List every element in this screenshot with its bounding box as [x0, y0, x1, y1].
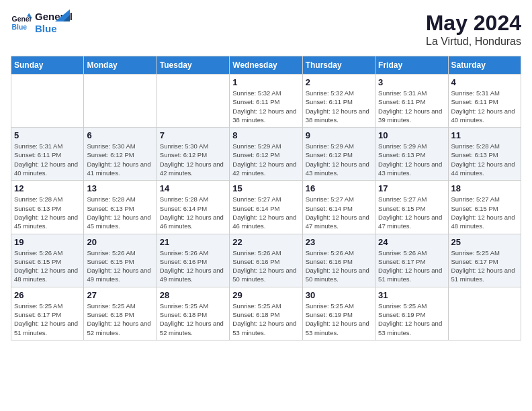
- day-number: 24: [378, 237, 445, 247]
- calendar-cell: [157, 75, 229, 128]
- day-number: 26: [14, 290, 81, 300]
- day-number: 13: [87, 183, 153, 193]
- weekday-header-friday: Friday: [375, 56, 448, 75]
- calendar-cell: 11Sunrise: 5:28 AM Sunset: 6:13 PM Dayli…: [448, 128, 521, 181]
- day-info: Sunrise: 5:28 AM Sunset: 6:13 PM Dayligh…: [451, 142, 518, 177]
- logo-icon: General Blue: [11, 12, 32, 34]
- day-info: Sunrise: 5:32 AM Sunset: 6:11 PM Dayligh…: [232, 89, 299, 124]
- calendar-cell: 9Sunrise: 5:29 AM Sunset: 6:12 PM Daylig…: [302, 128, 375, 181]
- day-info: Sunrise: 5:29 AM Sunset: 6:12 PM Dayligh…: [306, 142, 372, 177]
- day-info: Sunrise: 5:26 AM Sunset: 6:15 PM Dayligh…: [14, 248, 81, 284]
- day-info: Sunrise: 5:27 AM Sunset: 6:14 PM Dayligh…: [232, 195, 299, 230]
- day-number: 14: [160, 183, 226, 193]
- day-info: Sunrise: 5:30 AM Sunset: 6:12 PM Dayligh…: [160, 142, 226, 177]
- calendar-cell: 15Sunrise: 5:27 AM Sunset: 6:14 PM Dayli…: [230, 181, 302, 234]
- day-info: Sunrise: 5:28 AM Sunset: 6:13 PM Dayligh…: [87, 195, 153, 230]
- day-info: Sunrise: 5:26 AM Sunset: 6:16 PM Dayligh…: [160, 248, 226, 284]
- day-number: 28: [160, 290, 226, 300]
- day-info: Sunrise: 5:25 AM Sunset: 6:17 PM Dayligh…: [14, 302, 81, 337]
- calendar-cell: 4Sunrise: 5:31 AM Sunset: 6:11 PM Daylig…: [448, 75, 521, 128]
- day-info: Sunrise: 5:27 AM Sunset: 6:15 PM Dayligh…: [378, 195, 445, 230]
- day-number: 12: [14, 183, 81, 193]
- day-number: 2: [306, 77, 372, 87]
- day-number: 16: [306, 183, 372, 193]
- day-info: Sunrise: 5:25 AM Sunset: 6:18 PM Dayligh…: [87, 302, 153, 337]
- calendar-cell: [11, 75, 84, 128]
- calendar-cell: 10Sunrise: 5:29 AM Sunset: 6:13 PM Dayli…: [375, 128, 448, 181]
- day-info: Sunrise: 5:26 AM Sunset: 6:16 PM Dayligh…: [232, 248, 299, 284]
- day-info: Sunrise: 5:25 AM Sunset: 6:19 PM Dayligh…: [306, 302, 372, 337]
- day-info: Sunrise: 5:26 AM Sunset: 6:15 PM Dayligh…: [87, 248, 153, 284]
- day-number: 1: [232, 77, 299, 87]
- calendar-cell: 6Sunrise: 5:30 AM Sunset: 6:12 PM Daylig…: [84, 128, 157, 181]
- calendar-cell: 28Sunrise: 5:25 AM Sunset: 6:18 PM Dayli…: [157, 287, 229, 340]
- calendar-cell: 1Sunrise: 5:32 AM Sunset: 6:11 PM Daylig…: [230, 75, 302, 128]
- day-info: Sunrise: 5:29 AM Sunset: 6:13 PM Dayligh…: [378, 142, 445, 177]
- weekday-header-tuesday: Tuesday: [157, 56, 229, 75]
- day-info: Sunrise: 5:25 AM Sunset: 6:19 PM Dayligh…: [378, 302, 445, 337]
- page-header: General Blue General Blue May 2024 La Vi…: [11, 11, 521, 48]
- day-number: 9: [306, 130, 372, 140]
- day-number: 22: [232, 237, 299, 247]
- calendar-week-row: 1Sunrise: 5:32 AM Sunset: 6:11 PM Daylig…: [11, 75, 521, 128]
- calendar-cell: 25Sunrise: 5:25 AM Sunset: 6:17 PM Dayli…: [448, 234, 521, 287]
- weekday-header-saturday: Saturday: [448, 56, 521, 75]
- day-number: 5: [14, 130, 81, 140]
- day-number: 18: [451, 183, 518, 193]
- day-info: Sunrise: 5:25 AM Sunset: 6:18 PM Dayligh…: [232, 302, 299, 337]
- day-number: 6: [87, 130, 153, 140]
- day-number: 19: [14, 237, 81, 247]
- day-number: 27: [87, 290, 153, 300]
- day-info: Sunrise: 5:31 AM Sunset: 6:11 PM Dayligh…: [14, 142, 81, 177]
- weekday-header-row: SundayMondayTuesdayWednesdayThursdayFrid…: [11, 56, 521, 75]
- day-info: Sunrise: 5:32 AM Sunset: 6:11 PM Dayligh…: [306, 89, 372, 124]
- day-number: 4: [451, 77, 518, 87]
- day-info: Sunrise: 5:25 AM Sunset: 6:17 PM Dayligh…: [451, 248, 518, 284]
- day-number: 7: [160, 130, 226, 140]
- day-number: 29: [232, 290, 299, 300]
- day-info: Sunrise: 5:31 AM Sunset: 6:11 PM Dayligh…: [451, 89, 518, 124]
- day-info: Sunrise: 5:28 AM Sunset: 6:13 PM Dayligh…: [14, 195, 81, 230]
- calendar-week-row: 19Sunrise: 5:26 AM Sunset: 6:15 PM Dayli…: [11, 234, 521, 287]
- day-info: Sunrise: 5:26 AM Sunset: 6:16 PM Dayligh…: [306, 248, 372, 284]
- day-number: 21: [160, 237, 226, 247]
- logo: General Blue General Blue: [11, 11, 70, 35]
- logo-blue: Blue: [35, 23, 73, 35]
- day-info: Sunrise: 5:27 AM Sunset: 6:14 PM Dayligh…: [306, 195, 372, 230]
- svg-text:Blue: Blue: [12, 24, 28, 31]
- location-title: La Virtud, Honduras: [426, 36, 521, 48]
- calendar-cell: 14Sunrise: 5:28 AM Sunset: 6:14 PM Dayli…: [157, 181, 229, 234]
- calendar-cell: 22Sunrise: 5:26 AM Sunset: 6:16 PM Dayli…: [230, 234, 302, 287]
- day-number: 15: [232, 183, 299, 193]
- day-number: 11: [451, 130, 518, 140]
- day-number: 23: [306, 237, 372, 247]
- calendar-cell: 21Sunrise: 5:26 AM Sunset: 6:16 PM Dayli…: [157, 234, 229, 287]
- calendar-cell: 7Sunrise: 5:30 AM Sunset: 6:12 PM Daylig…: [157, 128, 229, 181]
- calendar-cell: 26Sunrise: 5:25 AM Sunset: 6:17 PM Dayli…: [11, 287, 84, 340]
- calendar-cell: 8Sunrise: 5:29 AM Sunset: 6:12 PM Daylig…: [230, 128, 302, 181]
- day-number: 17: [378, 183, 445, 193]
- calendar-cell: 30Sunrise: 5:25 AM Sunset: 6:19 PM Dayli…: [302, 287, 375, 340]
- logo-arrow-icon: [55, 9, 70, 21]
- day-number: 25: [451, 237, 518, 247]
- day-number: 8: [232, 130, 299, 140]
- calendar-cell: 19Sunrise: 5:26 AM Sunset: 6:15 PM Dayli…: [11, 234, 84, 287]
- calendar-cell: 17Sunrise: 5:27 AM Sunset: 6:15 PM Dayli…: [375, 181, 448, 234]
- calendar-cell: 12Sunrise: 5:28 AM Sunset: 6:13 PM Dayli…: [11, 181, 84, 234]
- calendar-cell: 3Sunrise: 5:31 AM Sunset: 6:11 PM Daylig…: [375, 75, 448, 128]
- day-info: Sunrise: 5:30 AM Sunset: 6:12 PM Dayligh…: [87, 142, 153, 177]
- calendar-cell: 29Sunrise: 5:25 AM Sunset: 6:18 PM Dayli…: [230, 287, 302, 340]
- weekday-header-wednesday: Wednesday: [230, 56, 302, 75]
- calendar-cell: 31Sunrise: 5:25 AM Sunset: 6:19 PM Dayli…: [375, 287, 448, 340]
- calendar-table: SundayMondayTuesdayWednesdayThursdayFrid…: [11, 56, 521, 340]
- day-number: 3: [378, 77, 445, 87]
- calendar-cell: [448, 287, 521, 340]
- calendar-cell: 27Sunrise: 5:25 AM Sunset: 6:18 PM Dayli…: [84, 287, 157, 340]
- day-number: 31: [378, 290, 445, 300]
- day-number: 20: [87, 237, 153, 247]
- calendar-cell: [84, 75, 157, 128]
- day-info: Sunrise: 5:29 AM Sunset: 6:12 PM Dayligh…: [232, 142, 299, 177]
- calendar-cell: 20Sunrise: 5:26 AM Sunset: 6:15 PM Dayli…: [84, 234, 157, 287]
- title-block: May 2024 La Virtud, Honduras: [426, 11, 521, 48]
- calendar-week-row: 26Sunrise: 5:25 AM Sunset: 6:17 PM Dayli…: [11, 287, 521, 340]
